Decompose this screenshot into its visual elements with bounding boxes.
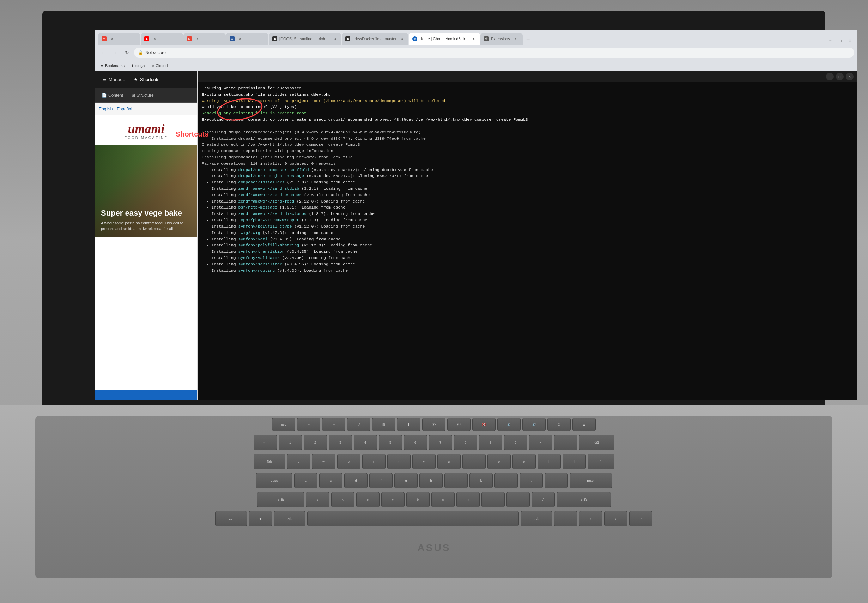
terminal-close[interactable]: × <box>846 73 854 80</box>
tab-extensions[interactable]: ⚙ Extensions × <box>480 33 523 45</box>
key-k[interactable]: k <box>470 473 493 488</box>
terminal-minimize[interactable]: − <box>826 73 834 80</box>
key-backspace[interactable]: ⌫ <box>579 435 615 450</box>
minimize-button[interactable]: − <box>826 36 834 45</box>
key-h[interactable]: h <box>419 473 443 488</box>
new-tab-button[interactable]: + <box>523 35 533 45</box>
tab-github-dockerfile[interactable]: ◆ ddev/Dockerfile at master × <box>342 33 408 45</box>
key-6[interactable]: 6 <box>404 435 427 450</box>
key-y[interactable]: y <box>412 454 436 469</box>
reload-button[interactable]: ↻ <box>122 48 132 57</box>
back-button[interactable]: ← <box>98 48 108 57</box>
key-arrow-left[interactable]: ← <box>554 511 578 526</box>
key-comma[interactable]: , <box>482 492 505 507</box>
key-arrow-right[interactable]: → <box>629 511 652 526</box>
key-shift-left[interactable]: Shift <box>257 492 304 507</box>
key-2[interactable]: 2 <box>304 435 327 450</box>
tab-close-gmail2[interactable]: × <box>195 36 200 42</box>
key-quote[interactable]: ' <box>545 473 568 488</box>
key-l[interactable]: l <box>494 473 518 488</box>
tab-close-youtube[interactable]: × <box>152 36 158 42</box>
key-back[interactable]: ← <box>297 418 320 431</box>
key-7[interactable]: 7 <box>429 435 452 450</box>
key-bright-down[interactable]: ☀- <box>422 418 445 431</box>
tab-word[interactable]: W × <box>226 33 269 45</box>
key-m[interactable]: m <box>456 492 480 507</box>
manage-button[interactable]: ☰ Manage <box>99 76 128 83</box>
structure-button[interactable]: ⊞ Structure <box>129 92 157 99</box>
key-alt-left[interactable]: Alt <box>274 511 306 526</box>
key-alt-right[interactable]: Alt <box>520 511 552 526</box>
close-window-button[interactable]: × <box>846 36 854 45</box>
key-vol-up[interactable]: 🔊 <box>522 418 546 431</box>
tab-gmail[interactable]: M × <box>98 33 141 45</box>
key-semicolon[interactable]: ; <box>519 473 543 488</box>
tab-gmail2[interactable]: M × <box>184 33 226 45</box>
tab-close-extensions[interactable]: × <box>513 36 519 42</box>
key-overview[interactable]: ⬆ <box>397 418 420 431</box>
key-super[interactable]: ◆ <box>249 511 272 526</box>
tab-close-gmail[interactable]: × <box>109 36 115 42</box>
bookmark-bookmarks[interactable]: ★ Bookmarks <box>98 62 127 68</box>
key-slash[interactable]: / <box>531 492 555 507</box>
tab-chromebook[interactable]: ⊕ Home | Chromebook d8 dr... × <box>409 33 480 45</box>
key-g[interactable]: g <box>394 473 418 488</box>
tab-close-github-dockerfile[interactable]: × <box>399 36 405 42</box>
key-f[interactable]: f <box>369 473 392 488</box>
key-4[interactable]: 4 <box>354 435 377 450</box>
tab-youtube[interactable]: ▶ × <box>141 33 183 45</box>
key-space[interactable] <box>307 511 519 526</box>
key-p[interactable]: p <box>513 454 536 469</box>
key-fullscreen[interactable]: ⊡ <box>372 418 395 431</box>
key-reload[interactable]: ↺ <box>347 418 370 431</box>
key-mute[interactable]: 🔇 <box>472 418 496 431</box>
key-b[interactable]: b <box>406 492 429 507</box>
key-9[interactable]: 9 <box>479 435 502 450</box>
key-arrow-up[interactable]: ↑ <box>579 511 602 526</box>
key-lock[interactable]: ⊙ <box>547 418 571 431</box>
tab-close-word[interactable]: × <box>237 36 243 42</box>
key-q[interactable]: q <box>287 454 310 469</box>
key-v[interactable]: v <box>381 492 405 507</box>
maximize-button[interactable]: □ <box>836 36 844 45</box>
key-rbracket[interactable]: ] <box>562 454 586 469</box>
key-equals[interactable]: = <box>554 435 578 450</box>
key-tab[interactable]: Tab <box>253 454 285 469</box>
tab-close-github-docs[interactable]: × <box>332 36 338 42</box>
key-bright-up[interactable]: ☀+ <box>447 418 471 431</box>
key-3[interactable]: 3 <box>329 435 352 450</box>
tab-close-chromebook[interactable]: × <box>471 36 477 42</box>
terminal-content[interactable]: Ensuring write permissions for d8compose… <box>198 82 857 400</box>
key-esc[interactable]: esc <box>272 418 295 431</box>
key-backslash[interactable]: \ <box>588 454 615 469</box>
key-period[interactable]: . <box>507 492 530 507</box>
key-arrow-down[interactable]: ↓ <box>604 511 627 526</box>
language-espanol[interactable]: Español <box>117 107 132 111</box>
key-8[interactable]: 8 <box>454 435 477 450</box>
key-e[interactable]: e <box>337 454 360 469</box>
key-n[interactable]: n <box>431 492 455 507</box>
terminal-maximize[interactable]: □ <box>836 73 844 80</box>
key-r[interactable]: r <box>362 454 386 469</box>
key-o[interactable]: o <box>487 454 511 469</box>
key-w[interactable]: w <box>312 454 335 469</box>
key-minus[interactable]: - <box>529 435 552 450</box>
key-i[interactable]: i <box>462 454 486 469</box>
tab-github-docs[interactable]: ◆ [DOCS] Streamline markdo... × <box>269 33 341 45</box>
key-j[interactable]: j <box>445 473 468 488</box>
key-t[interactable]: t <box>387 454 411 469</box>
shortcuts-button[interactable]: ★ Shortcuts <box>131 76 162 83</box>
key-lbracket[interactable]: [ <box>537 454 561 469</box>
key-eject[interactable]: ⏏ <box>573 418 596 431</box>
key-u[interactable]: u <box>437 454 460 469</box>
key-ctrl-left[interactable]: Ctrl <box>215 511 247 526</box>
key-c[interactable]: c <box>356 492 380 507</box>
key-enter[interactable]: Enter <box>570 473 612 488</box>
key-s[interactable]: s <box>319 473 343 488</box>
key-x[interactable]: x <box>331 492 354 507</box>
key-caps[interactable]: Caps <box>256 473 292 488</box>
key-forward[interactable]: → <box>322 418 345 431</box>
bookmark-circled[interactable]: ○ Circled <box>150 63 170 68</box>
key-shift-right[interactable]: Shift <box>556 492 611 507</box>
key-1[interactable]: 1 <box>279 435 302 450</box>
